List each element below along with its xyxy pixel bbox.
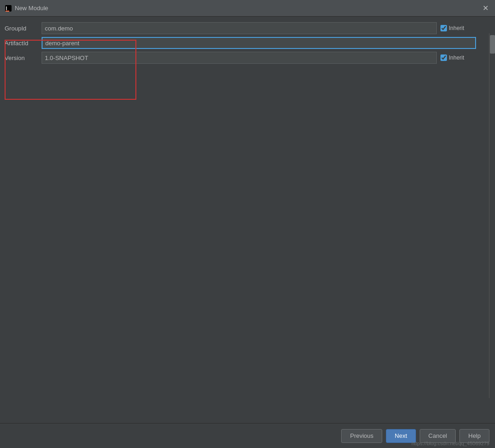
version-inherit-label[interactable]: Inherit xyxy=(449,54,464,61)
groupid-inherit-checkbox[interactable] xyxy=(440,25,447,31)
app-icon: I xyxy=(5,5,12,12)
version-label: Version xyxy=(5,54,42,61)
previous-button[interactable]: Previous xyxy=(341,429,382,443)
version-row: Version Inherit xyxy=(5,52,484,64)
dialog-title: New Module xyxy=(15,5,480,12)
groupid-label: GroupId xyxy=(5,25,42,32)
title-bar: I New Module ✕ xyxy=(0,0,495,17)
version-inherit-checkbox[interactable] xyxy=(440,54,447,61)
groupid-input[interactable] xyxy=(42,22,437,34)
new-module-dialog: I New Module ✕ GroupId Inherit ArtifactI… xyxy=(0,0,495,448)
artifactid-row: ArtifactId xyxy=(5,37,484,49)
bottom-bar: Previous Next Cancel Help https://blog.c… xyxy=(0,423,495,448)
version-inherit-wrap: Inherit xyxy=(440,54,477,61)
artifactid-label: ArtifactId xyxy=(5,40,42,47)
scrollbar-thumb[interactable] xyxy=(490,35,495,54)
artifactid-input[interactable] xyxy=(42,37,476,49)
svg-text:I: I xyxy=(6,6,7,11)
watermark-text: https://blog.csdn.net/qq_45069279 xyxy=(411,441,489,446)
groupid-row: GroupId Inherit xyxy=(5,22,484,34)
scrollbar-track[interactable] xyxy=(489,33,495,398)
svg-rect-2 xyxy=(6,11,9,12)
version-input[interactable] xyxy=(42,52,437,64)
groupid-inherit-label[interactable]: Inherit xyxy=(449,25,464,31)
close-button[interactable]: ✕ xyxy=(480,3,490,13)
groupid-inherit-wrap: Inherit xyxy=(440,25,477,31)
